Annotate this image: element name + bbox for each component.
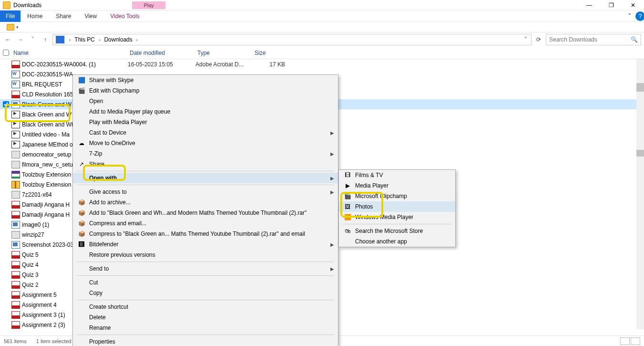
tab-view[interactable]: View — [78, 10, 103, 22]
submenu-arrow-icon: ▶ — [330, 242, 334, 247]
refresh-button[interactable]: ⟳ — [533, 36, 544, 43]
play-tab-label: Play — [132, 1, 165, 9]
menu-item[interactable]: 🎞Films & TV — [339, 170, 455, 180]
file-name: Black Green and W — [22, 101, 72, 108]
context-menu: 🟦Share with Skype🎬Edit with ClipchampOpe… — [72, 74, 338, 346]
menu-item-label: Photos — [355, 203, 444, 210]
menu-item[interactable]: 🎬Microsoft Clipchamp — [339, 191, 455, 201]
tab-home[interactable]: Home — [20, 10, 49, 22]
menu-item[interactable]: Send to▶ — [73, 263, 338, 274]
crumb-downloads[interactable]: Downloads — [103, 36, 133, 43]
file-name: DOC-20230515-WA — [22, 71, 73, 78]
menu-item[interactable]: Give access to▶ — [73, 187, 338, 197]
submenu-arrow-icon: ▶ — [330, 176, 334, 181]
menu-item[interactable]: 📦Compress to "Black Green an... Maths Th… — [73, 229, 338, 239]
maximize-button[interactable]: ❐ — [600, 0, 622, 10]
scrollbar[interactable] — [636, 59, 644, 329]
menu-item[interactable]: 🛍Search the Microsoft Store — [339, 226, 455, 236]
menu-item[interactable]: ▶Media Player — [339, 180, 455, 191]
menu-item[interactable]: 📦Add to "Black Green and Wh...and Modern… — [73, 208, 338, 218]
quick-access-folder-icon[interactable] — [7, 24, 14, 31]
menu-item[interactable]: Cut — [73, 277, 338, 288]
menu-item-label: Properties — [89, 338, 327, 345]
view-details-button[interactable] — [620, 337, 630, 345]
up-button[interactable]: ↑ — [40, 34, 51, 45]
menu-item[interactable]: Rename — [73, 323, 338, 333]
chevron-right-icon[interactable]: › — [66, 37, 73, 42]
scrollbar-thumb[interactable] — [636, 150, 644, 157]
col-date[interactable]: Date modified — [128, 50, 195, 56]
file-name: Toolzbuy Extension — [22, 171, 71, 178]
menu-item-label: Microsoft Clipchamp — [355, 193, 444, 199]
forward-button[interactable]: → — [15, 34, 26, 45]
close-button[interactable]: ✕ — [622, 0, 644, 10]
menu-item[interactable]: 🟦Share with Skype — [73, 75, 338, 85]
menu-item-icon: 📦 — [77, 231, 86, 237]
menu-item-label: Delete — [89, 314, 327, 321]
menu-item[interactable]: Play with Media Player — [73, 117, 338, 127]
menu-item[interactable]: 📦Compress and email... — [73, 218, 338, 229]
menu-item-icon: ▶ — [343, 182, 352, 189]
scrollbar-thumb[interactable] — [636, 83, 644, 92]
menu-item[interactable]: Create shortcut — [73, 302, 338, 312]
menu-item[interactable]: 🅱Bitdefender▶ — [73, 239, 338, 250]
menu-item[interactable]: ↗Share — [73, 159, 338, 169]
view-large-button[interactable] — [631, 337, 640, 345]
status-selected: 1 item selected — [36, 338, 72, 344]
menu-item-label: Restore previous versions — [89, 252, 327, 258]
file-name: image0 (1) — [22, 221, 49, 228]
row-checkbox[interactable] — [0, 101, 11, 107]
menu-item[interactable]: Add to Media Player play queue — [73, 106, 338, 117]
chevron-right-icon[interactable]: › — [133, 37, 141, 42]
col-size[interactable]: Size — [253, 50, 288, 56]
quick-access-dropdown-icon[interactable]: ▾ — [16, 25, 19, 30]
i-pdf-icon — [11, 61, 20, 68]
downloads-location-icon[interactable] — [56, 36, 64, 43]
menu-item[interactable]: 🖼Photos — [339, 201, 455, 212]
ribbon-expand-icon[interactable]: ˅ — [624, 13, 635, 20]
i-pdf-icon — [11, 201, 20, 209]
select-all-checkbox[interactable] — [0, 49, 11, 57]
search-input[interactable]: Search Downloads 🔍 — [546, 34, 641, 45]
menu-item[interactable]: Cast to Device▶ — [73, 127, 338, 138]
menu-item[interactable]: ☁Move to OneDrive — [73, 138, 338, 148]
menu-item[interactable]: 🎬Edit with Clipchamp — [73, 85, 338, 96]
menu-item[interactable]: Restore previous versions — [73, 250, 338, 260]
minimize-button[interactable]: — — [578, 0, 600, 10]
menu-separator — [77, 171, 334, 171]
tab-video-tools[interactable]: Video Tools — [103, 10, 146, 22]
menu-item[interactable]: Open with▶ — [73, 173, 338, 183]
i-doc-icon — [11, 81, 20, 88]
file-name: Assignment 3 (1) — [22, 312, 65, 318]
menu-item-icon: 🎬 — [343, 193, 352, 199]
i-pdf-icon — [11, 251, 20, 259]
file-name: Black Green and W — [22, 111, 72, 118]
file-row[interactable]: DOC-20230515-WA0004. (1)16-05-2023 15:05… — [0, 59, 644, 69]
i-exe-icon — [11, 161, 20, 168]
file-name: filmora_new_c_setu — [22, 161, 73, 168]
menu-item[interactable]: Properties — [73, 336, 338, 346]
menu-item[interactable]: 🟧Windows Media Player — [339, 212, 455, 222]
quick-access-row: ▾ — [0, 22, 644, 32]
menu-item[interactable]: Choose another app — [339, 236, 455, 247]
col-name[interactable]: Name — [11, 50, 128, 56]
menu-item[interactable]: 7-Zip▶ — [73, 148, 338, 159]
tab-file[interactable]: File — [0, 10, 20, 22]
crumb-this-pc[interactable]: This PC — [73, 36, 96, 43]
menu-item[interactable]: Open — [73, 96, 338, 106]
help-icon[interactable]: ? — [635, 11, 644, 21]
address-bar[interactable]: › This PC › Downloads › ˅ — [52, 34, 532, 45]
col-type[interactable]: Type — [195, 50, 253, 56]
menu-separator — [77, 275, 334, 276]
menu-item[interactable]: Copy — [73, 288, 338, 298]
menu-item-label: Cut — [89, 279, 327, 286]
menu-item[interactable]: Delete — [73, 312, 338, 323]
chevron-right-icon[interactable]: › — [96, 37, 103, 42]
back-button[interactable]: ← — [3, 34, 13, 45]
menu-item-label: Compress and email... — [89, 220, 327, 227]
recent-dropdown-icon[interactable]: ˅ — [28, 34, 38, 45]
i-pdf-icon — [11, 311, 20, 319]
tab-share[interactable]: Share — [49, 10, 78, 22]
menu-item[interactable]: 📦Add to archive... — [73, 197, 338, 208]
address-dropdown-icon[interactable]: ˅ — [521, 36, 530, 43]
